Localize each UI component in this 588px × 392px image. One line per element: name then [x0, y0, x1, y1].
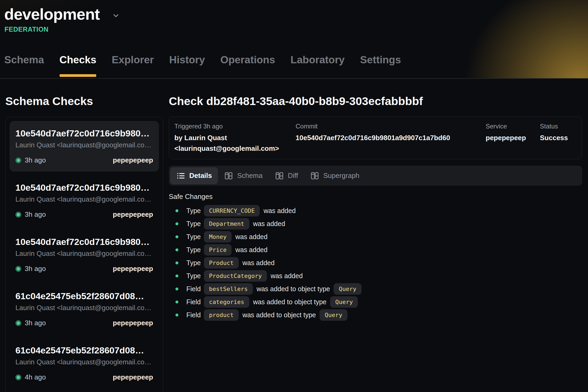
nav-tab-checks[interactable]: Checks: [60, 55, 96, 78]
change-name-chip: bestSellers: [204, 283, 253, 295]
check-item-meta: 3h agopepepepeep: [15, 265, 153, 273]
bullet-icon: [175, 248, 178, 251]
columns-icon: [310, 171, 319, 180]
page-content: Schema Checks 10e540d7aef72c0d716c9b980……: [0, 79, 588, 392]
check-item-author: Laurin Quast <laurinquast@googlemail.co…: [15, 141, 153, 149]
checks-list: 10e540d7aef72c0d716c9b980…Laurin Quast <…: [5, 117, 163, 392]
check-item-author: Laurin Quast <laurinquast@googlemail.co…: [15, 195, 153, 203]
change-description: was added: [271, 272, 303, 280]
object-type-chip: Query: [330, 296, 358, 308]
change-name-chip: ProductCategory: [204, 270, 267, 282]
nav-tab-history[interactable]: History: [169, 55, 205, 78]
nav-tab-laboratory[interactable]: Laboratory: [291, 55, 345, 78]
status-dot-icon: [15, 157, 21, 163]
check-item-meta: 3h agopepepepeep: [15, 156, 153, 164]
page-header: development FEDERATION SchemaChecksExplo…: [0, 0, 588, 79]
change-description: was added: [235, 246, 267, 254]
change-name-chip: CURRENCY_CODE: [204, 205, 260, 216]
change-kind: Type: [186, 246, 201, 254]
change-kind: Type: [186, 233, 201, 241]
changes-list: TypeCURRENCY_CODEwas addedTypeDepartment…: [169, 205, 582, 321]
bullet-icon: [175, 261, 178, 264]
status-dot-icon: [15, 266, 21, 272]
change-description: was added to object type: [242, 311, 316, 319]
target-type-badge: FEDERATION: [5, 26, 588, 33]
change-row: TypeProductCategorywas added: [175, 270, 582, 282]
list-icon: [176, 171, 185, 180]
safe-changes-title: Safe Changes: [169, 193, 582, 201]
columns-icon: [275, 171, 284, 180]
nav-tab-operations[interactable]: Operations: [220, 55, 275, 78]
change-description: was added to object type: [253, 298, 327, 306]
check-item-meta: 4h agopepepepeep: [15, 373, 153, 381]
change-row: TypeProductwas added: [175, 257, 582, 269]
check-list-item[interactable]: 10e540d7aef72c0d716c9b980…Laurin Quast <…: [10, 230, 159, 280]
status-dot-icon: [15, 212, 21, 218]
meta-triggered-label: Triggered 3h ago: [174, 123, 296, 130]
bullet-icon: [175, 235, 178, 238]
nav-tab-schema[interactable]: Schema: [4, 55, 44, 78]
change-description: was added: [242, 259, 275, 267]
check-item-service: pepepepeep: [113, 210, 153, 219]
check-list-item[interactable]: 61c04e25475eb52f28607d08…Laurin Quast <l…: [10, 338, 159, 389]
change-row: TypeDepartmentwas added: [175, 218, 582, 230]
status-dot-icon: [15, 320, 21, 326]
check-detail: Check db28f481-35aa-40b0-b8b9-303ecfabbb…: [169, 79, 582, 322]
bullet-icon: [175, 274, 178, 277]
check-item-title: 61c04e25475eb52f28607d08…: [15, 291, 153, 301]
check-item-title: 61c04e25475eb52f28607d08…: [15, 345, 153, 356]
change-name-chip: categories: [204, 296, 249, 308]
meta-commit: Commit 10e540d7aef72c0d716c9b9801a9d907c…: [296, 123, 486, 154]
change-name-chip: product: [204, 309, 239, 321]
change-row: Fieldproductwas added to object typeQuer…: [175, 309, 582, 321]
bullet-icon: [175, 301, 178, 303]
meta-commit-label: Commit: [296, 123, 486, 130]
check-list-item[interactable]: 10e540d7aef72c0d716c9b980…Laurin Quast <…: [10, 121, 159, 172]
check-item-time: 3h ago: [25, 210, 46, 219]
check-item-title: 10e540d7aef72c0d716c9b980…: [15, 128, 153, 139]
nav-tab-explorer[interactable]: Explorer: [112, 55, 154, 78]
nav-tab-settings[interactable]: Settings: [360, 55, 401, 78]
change-name-chip: Money: [204, 231, 232, 243]
tab-label: Diff: [288, 172, 298, 180]
meta-triggered: Triggered 3h ago by Laurin Quast <laurin…: [174, 123, 296, 154]
change-kind: Field: [186, 311, 201, 319]
change-kind: Type: [186, 259, 201, 267]
tab-schema[interactable]: Schema: [218, 167, 268, 184]
check-item-service: pepepepeep: [113, 156, 153, 164]
change-kind: Type: [186, 207, 201, 215]
check-item-meta: 3h agopepepepeep: [15, 210, 153, 219]
sidebar-title: Schema Checks: [5, 95, 163, 107]
schema-checks-sidebar: Schema Checks 10e540d7aef72c0d716c9b980……: [5, 79, 163, 392]
check-item-meta: 3h agopepepepeep: [15, 319, 153, 327]
bullet-icon: [175, 314, 178, 316]
main-nav: SchemaChecksExplorerHistoryOperationsLab…: [4, 55, 401, 78]
change-row: TypeCURRENCY_CODEwas added: [175, 205, 582, 217]
tab-details[interactable]: Details: [170, 167, 218, 184]
bullet-icon: [175, 287, 178, 290]
bullet-icon: [175, 209, 178, 212]
object-type-chip: Query: [320, 309, 347, 321]
change-kind: Type: [186, 220, 201, 228]
meta-status: Status Success: [540, 123, 582, 154]
bullet-icon: [175, 222, 178, 225]
check-item-time: 3h ago: [25, 156, 46, 164]
chevron-down-icon[interactable]: [112, 12, 120, 20]
status-dot-icon: [15, 374, 21, 380]
columns-icon: [224, 171, 233, 180]
check-list-item[interactable]: 61c04e25475eb52f28607d08…Laurin Quast <l…: [10, 284, 159, 334]
check-list-item[interactable]: 10e540d7aef72c0d716c9b980…Laurin Quast <…: [10, 175, 159, 226]
change-description: was added: [263, 207, 296, 215]
check-meta-box: Triggered 3h ago by Laurin Quast <laurin…: [169, 116, 582, 159]
change-description: was added: [235, 233, 267, 241]
check-item-time: 3h ago: [25, 265, 46, 273]
meta-service-label: Service: [486, 123, 540, 130]
change-name-chip: Price: [204, 244, 232, 256]
tab-supergraph[interactable]: Supergraph: [304, 167, 366, 184]
change-kind: Field: [186, 285, 201, 293]
meta-triggered-value: by Laurin Quast <laurinquast@googlemail.…: [174, 132, 286, 154]
check-item-author: Laurin Quast <laurinquast@googlemail.co…: [15, 249, 153, 258]
tab-diff[interactable]: Diff: [269, 167, 304, 184]
change-row: FieldbestSellerswas added to object type…: [175, 283, 582, 295]
tab-label: Supergraph: [323, 172, 359, 180]
